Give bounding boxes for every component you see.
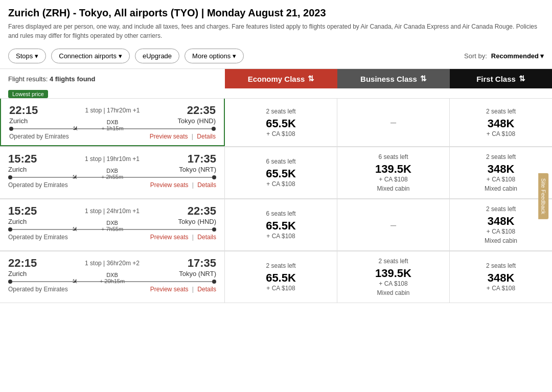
- more-options-filter[interactable]: More options ▾: [185, 49, 244, 63]
- business-price-cell[interactable]: 6 seats left 139.5K + CA $108 Mixed cabi…: [337, 147, 450, 198]
- flight-row-3: 15:25 1 stop | 24hr10m +1 22:35 Zurich T…: [0, 199, 552, 251]
- details-link[interactable]: Details: [197, 181, 216, 189]
- more-options-chevron-icon: ▾: [233, 52, 236, 60]
- stopover-time: + 20h15m: [100, 278, 125, 284]
- flights-list: Lowest price 22:15 1 stop | 17hr20m +1 2…: [0, 88, 552, 303]
- economy-price: 65.5K: [266, 271, 296, 285]
- destination-city: Tokyo (NRT): [179, 166, 216, 173]
- stopover-time: + 7h55m: [101, 226, 123, 232]
- destination-dot: [212, 175, 216, 179]
- feedback-tab[interactable]: Site Feedback: [538, 173, 548, 219]
- flight-row-4: 22:15 1 stop | 36hr20m +2 17:35 Zurich T…: [0, 251, 552, 303]
- operated-row: Operated by Emirates Preview seats | Det…: [9, 133, 216, 140]
- sort-value-text: Recommended: [491, 52, 539, 60]
- business-seats-left: 2 seats left: [378, 258, 408, 265]
- time-row: 22:15 1 stop | 36hr20m +2 17:35: [8, 257, 216, 270]
- economy-price-sub: + CA $108: [266, 180, 295, 188]
- economy-seats-left: 2 seats left: [266, 108, 295, 115]
- business-class-header[interactable]: Business Class ⇅: [337, 69, 450, 88]
- first-price-sub: + CA $108: [487, 285, 515, 292]
- flight-row: 22:15 1 stop | 17hr20m +1 22:35 Zurich T…: [0, 98, 552, 147]
- details-link[interactable]: Details: [197, 234, 216, 241]
- economy-label: Economy Class: [248, 75, 305, 83]
- economy-price-cell[interactable]: 2 seats left 65.5K + CA $108: [225, 99, 337, 146]
- eupgrade-filter[interactable]: eUpgrade: [135, 49, 179, 63]
- business-price-cell[interactable]: 2 seats left 139.5K + CA $108 Mixed cabi…: [337, 251, 450, 303]
- preview-seats-link[interactable]: Preview seats: [150, 286, 189, 293]
- business-price-sub: + CA $108: [379, 176, 407, 183]
- time-row: 15:25 1 stop | 19hr10m +1 17:35: [8, 152, 216, 166]
- filters-bar: Stops ▾ Connection airports ▾ eUpgrade M…: [0, 43, 552, 69]
- plane-icon: ✈: [70, 276, 80, 287]
- stops-chevron-icon: ▾: [35, 52, 38, 60]
- departure-time: 15:25: [8, 204, 37, 218]
- preview-seats-link[interactable]: Preview seats: [150, 133, 188, 140]
- sort-value[interactable]: Recommended ▾: [491, 52, 544, 60]
- economy-price-sub: + CA $108: [266, 233, 295, 240]
- preview-links: Preview seats | Details: [150, 286, 216, 293]
- economy-seats-left: 2 seats left: [266, 262, 295, 269]
- business-price-cell[interactable]: –: [337, 99, 450, 146]
- flight-info-cell: 22:15 1 stop | 36hr20m +2 17:35 Zurich T…: [0, 251, 225, 303]
- economy-seats-left: 6 seats left: [266, 210, 295, 217]
- flight-row: 15:25 1 stop | 24hr10m +1 22:35 Zurich T…: [0, 199, 552, 251]
- preview-seats-link[interactable]: Preview seats: [150, 181, 189, 189]
- origin-dot: [8, 227, 12, 232]
- business-dash: –: [390, 219, 396, 231]
- first-class-header[interactable]: First Class ⇅: [450, 69, 552, 88]
- details-link[interactable]: Details: [197, 133, 216, 140]
- arrival-time: 22:35: [188, 204, 216, 218]
- first-price-cell[interactable]: 2 seats left 348K + CA $108: [450, 99, 552, 146]
- first-seats-left: 2 seats left: [486, 262, 516, 269]
- business-mixed-cabin: Mixed cabin: [377, 289, 409, 296]
- operated-by: Operated by Emirates: [8, 234, 68, 241]
- origin-city: Zurich: [9, 117, 28, 125]
- economy-price: 65.5K: [266, 117, 296, 130]
- route-visual: ✈ DXB+ 2h55m: [8, 175, 216, 179]
- connection-chevron-icon: ▾: [119, 52, 122, 60]
- first-price-cell[interactable]: 2 seats left 348K + CA $108: [450, 251, 552, 303]
- flight-results-col: Flight results: 4 flights found: [0, 69, 225, 88]
- plane-icon: ✈: [71, 124, 81, 134]
- first-price-cell[interactable]: 2 seats left 348K + CA $108 Mixed cabin: [450, 199, 552, 250]
- destination-city: Tokyo (HND): [178, 117, 216, 125]
- time-row: 22:15 1 stop | 17hr20m +1 22:35: [9, 104, 216, 117]
- flight-row: 15:25 1 stop | 19hr10m +1 17:35 Zurich T…: [0, 147, 552, 199]
- page-title: Zurich (ZRH) - Tokyo, All airports (TYO)…: [8, 7, 544, 19]
- flight-row-2: 15:25 1 stop | 19hr10m +1 17:35 Zurich T…: [0, 147, 552, 199]
- connection-label: Connection airports: [59, 52, 117, 60]
- stops-filter[interactable]: Stops ▾: [8, 49, 46, 63]
- page-subtitle: Fares displayed are per person, one way,…: [8, 22, 544, 40]
- economy-price: 65.5K: [266, 167, 296, 180]
- page-container: Zurich (ZRH) - Tokyo, All airports (TYO)…: [0, 0, 552, 303]
- route-visual: ✈ DXB+ 7h55m: [8, 227, 216, 232]
- operated-by: Operated by Emirates: [8, 181, 68, 189]
- first-price-sub: + CA $108: [487, 130, 515, 137]
- details-link[interactable]: Details: [197, 286, 216, 293]
- first-price-cell[interactable]: 2 seats left 348K + CA $108 Mixed cabin: [450, 147, 552, 198]
- first-price-sub: + CA $108: [487, 176, 515, 183]
- economy-price-cell[interactable]: 6 seats left 65.5K + CA $108: [225, 199, 337, 250]
- preview-links: Preview seats | Details: [150, 181, 216, 189]
- flight-info-cell: 22:15 1 stop | 17hr20m +1 22:35 Zurich T…: [0, 99, 225, 146]
- preview-seats-link[interactable]: Preview seats: [150, 234, 189, 241]
- pipe-separator: |: [192, 133, 193, 140]
- pipe-separator: |: [192, 234, 194, 241]
- sort-section: Sort by: Recommended ▾: [464, 52, 544, 60]
- stopover-label: DXB+ 1h15m: [101, 119, 123, 131]
- origin-dot: [8, 175, 12, 179]
- connection-airports-filter[interactable]: Connection airports ▾: [51, 49, 130, 63]
- route-line: ✈ DXB+ 20h15m: [12, 281, 212, 282]
- first-seats-left: 2 seats left: [486, 205, 516, 213]
- destination-dot: [212, 227, 216, 232]
- economy-class-header[interactable]: Economy Class ⇅: [225, 69, 337, 88]
- departure-time: 15:25: [8, 152, 37, 166]
- economy-price-cell[interactable]: 6 seats left 65.5K + CA $108: [225, 147, 337, 198]
- time-row: 15:25 1 stop | 24hr10m +1 22:35: [8, 204, 216, 218]
- stopover-time: + 1h15m: [101, 125, 123, 131]
- economy-price-cell[interactable]: 2 seats left 65.5K + CA $108: [225, 251, 337, 303]
- departure-time: 22:15: [8, 257, 37, 270]
- business-price-cell[interactable]: –: [337, 199, 450, 250]
- flight-info-cell: 15:25 1 stop | 24hr10m +1 22:35 Zurich T…: [0, 199, 225, 250]
- arrival-time: 17:35: [188, 257, 216, 270]
